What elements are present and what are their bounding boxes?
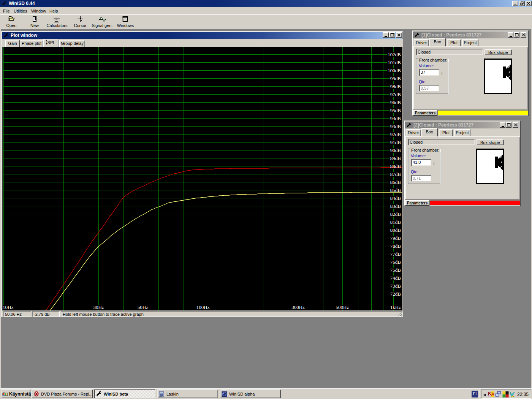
svg-text:30Hz: 30Hz bbox=[93, 304, 104, 310]
svg-text:50Hz: 50Hz bbox=[138, 304, 148, 310]
svg-text:100Hz: 100Hz bbox=[196, 304, 210, 310]
svg-text:10Hz: 10Hz bbox=[3, 304, 13, 310]
svg-text:83dB: 83dB bbox=[390, 203, 401, 209]
svg-text:78dB: 78dB bbox=[390, 243, 401, 249]
svg-text:1kHz: 1kHz bbox=[390, 304, 401, 310]
svg-text:76dB: 76dB bbox=[390, 259, 401, 265]
svg-text:91dB: 91dB bbox=[390, 139, 401, 145]
svg-text:95dB: 95dB bbox=[390, 108, 401, 113]
svg-text:85dB: 85dB bbox=[390, 187, 401, 193]
svg-text:98dB: 98dB bbox=[390, 84, 401, 89]
svg-text:300Hz: 300Hz bbox=[291, 304, 305, 310]
svg-text:73dB: 73dB bbox=[390, 283, 401, 289]
svg-text:96dB: 96dB bbox=[390, 100, 401, 105]
svg-text:82dB: 82dB bbox=[390, 211, 401, 217]
svg-text:75dB: 75dB bbox=[390, 267, 401, 273]
svg-text:87dB: 87dB bbox=[390, 171, 401, 177]
svg-text:74dB: 74dB bbox=[390, 275, 401, 281]
svg-text:81dB: 81dB bbox=[390, 219, 401, 225]
svg-text:102dB: 102dB bbox=[388, 52, 401, 57]
svg-text:90dB: 90dB bbox=[390, 147, 401, 153]
svg-text:84dB: 84dB bbox=[390, 195, 401, 201]
svg-text:93dB: 93dB bbox=[390, 124, 401, 129]
svg-text:99dB: 99dB bbox=[390, 76, 401, 81]
svg-text:72dB: 72dB bbox=[390, 291, 401, 297]
svg-text:500Hz: 500Hz bbox=[336, 304, 349, 310]
svg-text:97dB: 97dB bbox=[390, 92, 401, 97]
svg-text:88dB: 88dB bbox=[390, 163, 401, 169]
svg-text:94dB: 94dB bbox=[390, 116, 401, 121]
svg-text:A: A bbox=[491, 392, 494, 397]
svg-text:101dB: 101dB bbox=[388, 60, 401, 65]
svg-text:80dB: 80dB bbox=[390, 227, 401, 233]
svg-text:89dB: 89dB bbox=[390, 155, 401, 161]
svg-text:86dB: 86dB bbox=[390, 179, 401, 185]
svg-text:92dB: 92dB bbox=[390, 131, 401, 137]
svg-text:79dB: 79dB bbox=[390, 235, 401, 241]
svg-text:100dB: 100dB bbox=[388, 68, 401, 73]
svg-text:77dB: 77dB bbox=[390, 251, 401, 257]
